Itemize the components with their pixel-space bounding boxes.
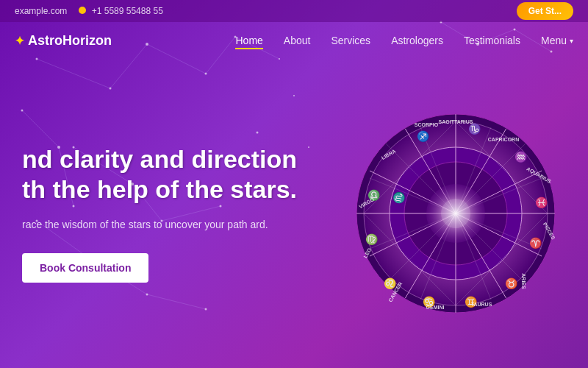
email-text: example.com xyxy=(15,6,67,16)
svg-text:♒: ♒ xyxy=(514,151,528,163)
nav-link-about[interactable]: About xyxy=(284,35,311,46)
svg-text:SCORPIO: SCORPIO xyxy=(415,122,439,127)
hero-title: nd clarity and direction th the help of … xyxy=(22,144,345,205)
svg-text:TAURUS: TAURUS xyxy=(471,302,492,307)
phone-icon xyxy=(79,7,86,14)
nav-item-about[interactable]: About xyxy=(284,34,311,47)
chevron-down-icon: ▾ xyxy=(570,37,573,45)
hero-section: nd clarity and direction th the help of … xyxy=(0,59,588,368)
nav-item-services[interactable]: Services xyxy=(331,34,370,47)
nav-item-astrologers[interactable]: Astrologers xyxy=(391,34,443,47)
contact-info: example.com +1 5589 55488 55 xyxy=(15,6,163,16)
phone-text: +1 5589 55488 55 xyxy=(92,6,163,16)
consultation-button[interactable]: Book Consultation xyxy=(22,253,148,283)
nav-link-home[interactable]: Home xyxy=(235,35,262,49)
svg-text:♈: ♈ xyxy=(529,237,542,250)
logo-text: AstroHorizon xyxy=(28,33,112,49)
phone-container: +1 5589 55488 55 xyxy=(79,6,162,16)
logo: ✦ AstroHorizon xyxy=(15,33,112,49)
svg-text:♉: ♉ xyxy=(505,277,518,290)
hero-title-line2: th the help of the stars. xyxy=(22,175,297,203)
hero-subtitle: race the wisdom of the stars to uncover … xyxy=(22,216,287,233)
svg-text:♐: ♐ xyxy=(417,130,430,143)
svg-text:♓: ♓ xyxy=(535,197,548,209)
nav-item-home[interactable]: Home xyxy=(235,34,262,47)
svg-point-69 xyxy=(441,199,470,228)
svg-text:♍: ♍ xyxy=(365,233,379,246)
svg-text:SAGITTARIUS: SAGITTARIUS xyxy=(439,119,473,124)
nav-link-astrologers[interactable]: Astrologers xyxy=(391,35,443,46)
nav-links: Home About Services Astrologers Testimon… xyxy=(235,34,573,47)
zodiac-wheel: ♏ ♐ ♑ ♒ ♓ ♈ ♉ ♊ ♋ ♌ ♍ ♎ SAGITTARIUS C xyxy=(353,110,559,316)
nav-item-testimonials[interactable]: Testimonials xyxy=(464,34,520,47)
nav-link-services[interactable]: Services xyxy=(331,35,370,46)
get-started-button[interactable]: Get St... xyxy=(517,2,573,20)
nav-link-testimonials[interactable]: Testimonials xyxy=(464,35,520,46)
svg-text:GEMINI: GEMINI xyxy=(426,305,445,310)
svg-text:CAPRICORN: CAPRICORN xyxy=(488,137,519,142)
top-bar: example.com +1 5589 55488 55 Get St... xyxy=(0,0,588,22)
hero-content: nd clarity and direction th the help of … xyxy=(22,144,345,283)
nav-item-menu[interactable]: Menu ▾ xyxy=(541,35,573,46)
svg-text:♑: ♑ xyxy=(468,123,481,135)
navbar: ✦ AstroHorizon Home About Services Astro… xyxy=(0,22,588,59)
logo-icon: ✦ xyxy=(15,34,24,48)
svg-text:ARIES: ARIES xyxy=(521,273,526,289)
top-bar-right: Get St... xyxy=(517,2,573,20)
nav-menu-dropdown[interactable]: Menu ▾ xyxy=(541,35,573,46)
menu-label: Menu xyxy=(541,35,567,46)
hero-visual: ♏ ♐ ♑ ♒ ♓ ♈ ♉ ♊ ♋ ♌ ♍ ♎ SAGITTARIUS C xyxy=(345,110,566,316)
hero-title-line1: nd clarity and direction xyxy=(22,145,297,173)
